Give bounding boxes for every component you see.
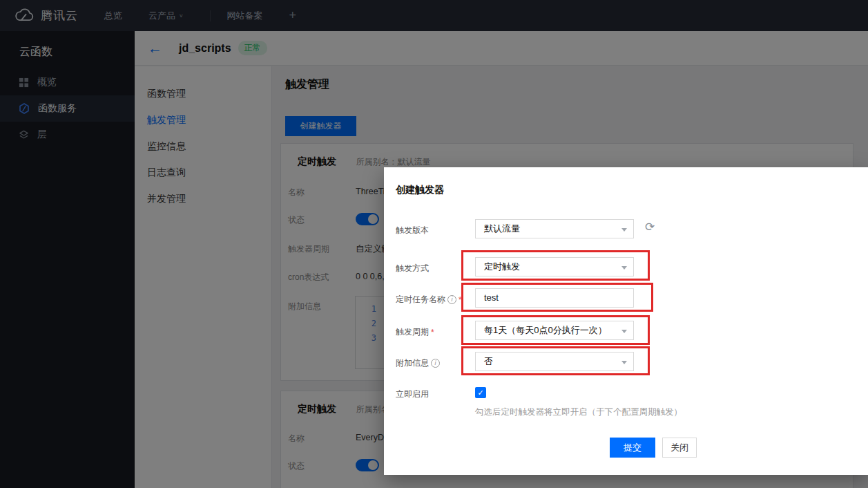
submit-button[interactable]: 提交 bbox=[610, 438, 655, 458]
screen: 腾讯云 总览 云产品 ∨ 网站备案 + 云函数 概览 函数服务 bbox=[0, 0, 868, 488]
refresh-icon[interactable]: ⟳ bbox=[645, 220, 655, 234]
select-caret-icon bbox=[621, 330, 627, 333]
select-caret-icon bbox=[621, 228, 627, 232]
info-icon[interactable]: i bbox=[447, 295, 456, 304]
field-label-trigger-cycle: 触发周期* bbox=[396, 326, 434, 338]
trigger-cycle-select[interactable]: 每1天（每天0点0分执行一次） bbox=[475, 321, 634, 340]
enable-now-helper-text: 勾选后定时触发器将立即开启（于下个配置周期触发） bbox=[475, 406, 682, 418]
info-icon[interactable]: i bbox=[431, 359, 440, 368]
extra-info-select[interactable]: 否 bbox=[475, 352, 634, 371]
required-asterisk: * bbox=[431, 328, 434, 337]
select-caret-icon bbox=[621, 361, 627, 364]
field-label-extra-info: 附加信息i bbox=[396, 357, 440, 369]
field-label-trigger-version: 触发版本 bbox=[396, 225, 429, 236]
field-label-task-name: 定时任务名称i* bbox=[396, 294, 462, 306]
trigger-type-select[interactable]: 定时触发 bbox=[475, 257, 634, 276]
select-caret-icon bbox=[621, 266, 627, 270]
modal-title: 创建触发器 bbox=[396, 184, 444, 196]
create-trigger-modal: 创建触发器 触发版本 默认流量 ⟳ 触发方式 定时触发 定时任务名称i* tes… bbox=[384, 167, 868, 475]
enable-now-checkbox[interactable]: ✓ bbox=[475, 387, 486, 398]
field-label-trigger-type: 触发方式 bbox=[396, 263, 429, 274]
trigger-version-select[interactable]: 默认流量 bbox=[475, 219, 634, 238]
required-asterisk: * bbox=[459, 295, 462, 305]
field-label-enable-now: 立即启用 bbox=[396, 388, 429, 400]
close-button[interactable]: 关闭 bbox=[662, 438, 697, 458]
task-name-input[interactable]: test bbox=[475, 288, 634, 308]
